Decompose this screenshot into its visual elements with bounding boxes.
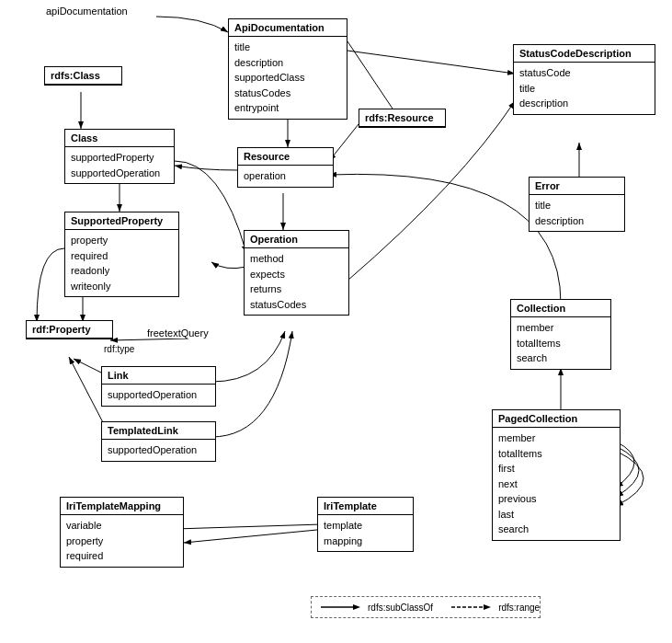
field-status-codes: statusCodes	[234, 86, 341, 101]
box-operation-body: method expects returns statusCodes	[245, 248, 348, 315]
field-supported-property: supportedProperty	[71, 150, 168, 166]
field-error-description: description	[535, 213, 619, 229]
box-rdfs-class: rdfs:Class	[44, 66, 122, 86]
field-search: search	[517, 350, 605, 366]
box-resource: Resource operation	[237, 147, 334, 188]
box-api-documentation-title: ApiDocumentation	[229, 19, 347, 37]
legend-subclassof: rdfs:subClassOf	[321, 602, 433, 613]
legend-subclassof-label: rdfs:subClassOf	[368, 603, 433, 613]
box-link-title: Link	[102, 367, 215, 385]
field-status-code: statusCode	[519, 65, 649, 81]
freetext-query-label: freetextQuery	[147, 327, 209, 339]
field-itm-required: required	[66, 548, 177, 564]
box-collection: Collection member totalItems search	[510, 299, 611, 370]
box-collection-title: Collection	[511, 300, 610, 317]
legend-range: rdfs:range	[451, 602, 540, 613]
box-supported-property: SupportedProperty property required read…	[64, 212, 179, 297]
field-method: method	[250, 251, 343, 267]
box-rdfs-resource: rdfs:Resource	[359, 109, 446, 128]
field-pc-search: search	[498, 522, 614, 537]
field-writeonly: writeonly	[71, 279, 173, 294]
box-rdfs-class-title: rdfs:Class	[45, 67, 121, 85]
field-supported-operation: supportedOperation	[71, 166, 168, 181]
field-property: property	[71, 233, 173, 248]
field-entrypoint: entrypoint	[234, 100, 341, 116]
box-paged-collection: PagedCollection member totalItems first …	[492, 409, 621, 541]
rdf-type-label: rdf:type	[104, 344, 134, 354]
api-documentation-label: apiDocumentation	[46, 6, 128, 17]
box-paged-collection-title: PagedCollection	[493, 410, 620, 428]
field-member: member	[517, 320, 605, 336]
box-api-documentation-body: title description supportedClass statusC…	[229, 37, 347, 119]
field-readonly: readonly	[71, 263, 173, 279]
box-templated-link-body: supportedOperation	[102, 440, 215, 461]
field-template: template	[324, 518, 407, 534]
field-pc-last: last	[498, 507, 614, 522]
box-rdf-property-title: rdf:Property	[27, 321, 112, 339]
svg-marker-4	[484, 604, 491, 610]
box-templated-link: TemplatedLink supportedOperation	[101, 421, 216, 462]
field-pc-member: member	[498, 431, 614, 446]
legend-range-label: rdfs:range	[498, 603, 540, 613]
box-operation: Operation method expects returns statusC…	[244, 230, 349, 316]
field-returns: returns	[250, 281, 343, 297]
field-operation: operation	[244, 168, 327, 184]
box-operation-title: Operation	[245, 231, 348, 248]
field-itm-property: property	[66, 534, 177, 549]
field-total-items: totalItems	[517, 336, 605, 351]
box-iri-template-mapping-title: IriTemplateMapping	[61, 498, 183, 515]
diagram: apiDocumentation ApiDocumentation title …	[0, 0, 672, 643]
box-resource-body: operation	[238, 166, 333, 187]
field-title: title	[234, 40, 341, 55]
box-status-code-title: StatusCodeDescription	[514, 45, 655, 63]
field-expects: expects	[250, 267, 343, 282]
field-pc-first: first	[498, 461, 614, 477]
box-supported-property-body: property required readonly writeonly	[65, 230, 178, 296]
box-rdfs-resource-title: rdfs:Resource	[359, 109, 445, 127]
box-collection-body: member totalItems search	[511, 317, 610, 369]
field-description: description	[234, 55, 341, 71]
box-iri-template-mapping-body: variable property required	[61, 515, 183, 567]
box-iri-template: IriTemplate template mapping	[317, 497, 414, 552]
svg-marker-2	[353, 604, 360, 610]
field-pc-previous: previous	[498, 491, 614, 507]
field-scd-title: title	[519, 81, 649, 97]
box-resource-title: Resource	[238, 148, 333, 166]
box-link-body: supportedOperation	[102, 385, 215, 406]
legend: rdfs:subClassOf rdfs:range	[311, 596, 541, 618]
field-status-codes-op: statusCodes	[250, 297, 343, 313]
box-error-body: title description	[530, 195, 624, 231]
box-templated-link-title: TemplatedLink	[102, 422, 215, 440]
field-required: required	[71, 248, 173, 264]
box-error-title: Error	[530, 178, 624, 195]
box-iri-template-mapping: IriTemplateMapping variable property req…	[60, 497, 184, 568]
field-scd-description: description	[519, 96, 649, 111]
field-supported-class: supportedClass	[234, 70, 341, 86]
box-paged-collection-body: member totalItems first next previous la…	[493, 428, 620, 540]
field-mapping: mapping	[324, 534, 407, 549]
box-status-code-description: StatusCodeDescription statusCode title d…	[513, 44, 655, 115]
box-iri-template-body: template mapping	[318, 515, 413, 551]
box-class-body: supportedProperty supportedOperation	[65, 147, 174, 183]
box-iri-template-title: IriTemplate	[318, 498, 413, 515]
field-pc-total-items: totalItems	[498, 446, 614, 462]
field-error-title: title	[535, 198, 619, 213]
box-link: Link supportedOperation	[101, 366, 216, 407]
field-pc-next: next	[498, 477, 614, 492]
box-supported-property-title: SupportedProperty	[65, 212, 178, 230]
box-rdf-property: rdf:Property	[26, 320, 113, 339]
box-class: Class supportedProperty supportedOperati…	[64, 129, 175, 184]
box-status-code-body: statusCode title description	[514, 63, 655, 114]
box-api-documentation: ApiDocumentation title description suppo…	[228, 18, 347, 120]
box-error: Error title description	[529, 177, 625, 232]
field-variable: variable	[66, 518, 177, 534]
field-tl-supported-operation: supportedOperation	[108, 442, 210, 458]
box-class-title: Class	[65, 130, 174, 147]
field-link-supported-operation: supportedOperation	[108, 387, 210, 403]
